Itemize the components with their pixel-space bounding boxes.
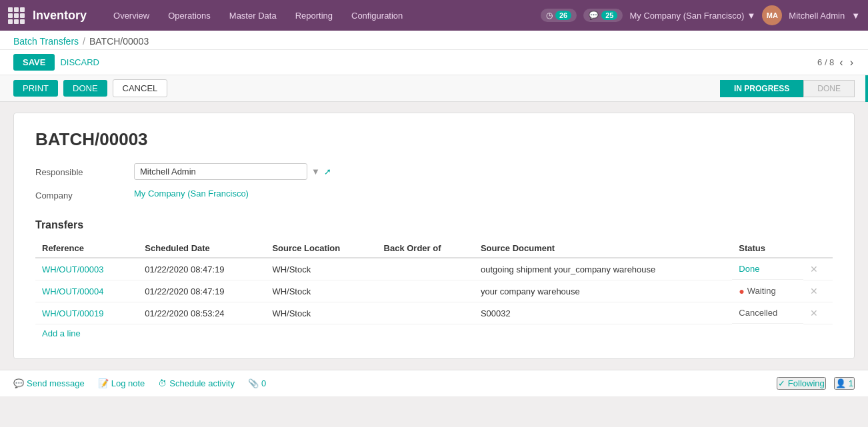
form-title: BATCH/00003	[35, 129, 833, 150]
cell-source-location: WH/Stock	[265, 280, 377, 302]
chatter-right: ✓ Following 👤 1	[777, 377, 855, 390]
followers-button[interactable]: 👤 1	[834, 377, 855, 390]
cell-status: Cancelled	[732, 302, 803, 324]
schedule-activity-label: Schedule activity	[169, 378, 235, 388]
followers-count-value: 1	[849, 378, 853, 388]
cell-back-order	[377, 302, 474, 324]
top-nav: Inventory Overview Operations Master Dat…	[0, 0, 868, 31]
print-button[interactable]: PRINT	[13, 80, 58, 97]
col-actions	[803, 239, 833, 258]
cell-reference: WH/OUT/00004	[35, 280, 138, 302]
table-row: WH/OUT/00004 01/22/2020 08:47:19 WH/Stoc…	[35, 280, 833, 302]
discard-button[interactable]: DISCARD	[60, 57, 99, 67]
cell-remove: ✕	[803, 258, 833, 280]
messages-count: 25	[601, 11, 617, 20]
attachments-button[interactable]: 📎 0	[248, 378, 266, 388]
company-label: Company	[35, 187, 129, 201]
cell-back-order	[377, 280, 474, 302]
send-message-label: Send message	[27, 378, 85, 388]
responsible-field-wrapper: ▼ ➚	[134, 163, 435, 180]
breadcrumb: Batch Transfers / BATCH/00003	[0, 31, 868, 50]
grid-menu-icon[interactable]	[8, 7, 25, 24]
status-step-done: DONE	[803, 80, 855, 97]
responsible-input[interactable]	[134, 163, 307, 180]
clock-activity-icon: ⏱	[158, 378, 167, 388]
avatar[interactable]: MA	[762, 5, 782, 25]
external-link-icon[interactable]: ➚	[324, 167, 331, 177]
activity-count: 26	[555, 11, 571, 20]
cell-source-location: WH/Stock	[265, 258, 377, 280]
cell-status: Done	[732, 258, 803, 280]
nav-overview[interactable]: Overview	[105, 7, 157, 25]
clock-icon: ◷	[546, 11, 553, 20]
col-reference: Reference	[35, 239, 138, 258]
responsible-dropdown-icon: ▼	[311, 167, 320, 177]
messages-badge[interactable]: 💬 25	[583, 9, 623, 22]
reference-link[interactable]: WH/OUT/00004	[42, 286, 103, 296]
breadcrumb-separator: /	[83, 36, 85, 47]
nav-reporting[interactable]: Reporting	[287, 7, 341, 25]
pager-next-button[interactable]: ›	[849, 57, 855, 69]
following-label: Following	[788, 378, 825, 388]
log-note-button[interactable]: 📝 Log note	[98, 378, 145, 388]
note-icon: 📝	[98, 378, 109, 388]
pager-prev-button[interactable]: ‹	[838, 57, 844, 69]
done-button[interactable]: DONE	[63, 80, 107, 97]
main-content: BATCH/00003 Responsible ▼ ➚ Company My C…	[0, 102, 868, 370]
remove-icon[interactable]: ✕	[810, 308, 818, 318]
save-button[interactable]: SAVE	[13, 54, 55, 71]
table-row: WH/OUT/00003 01/22/2020 08:47:19 WH/Stoc…	[35, 258, 833, 280]
cell-scheduled-date: 01/22/2020 08:47:19	[138, 280, 265, 302]
activity-badge[interactable]: ◷ 26	[541, 9, 577, 22]
chatter-bar: 💬 Send message 📝 Log note ⏱ Schedule act…	[0, 370, 868, 396]
nav-configuration[interactable]: Configuration	[343, 7, 411, 25]
breadcrumb-current: BATCH/00003	[89, 36, 149, 47]
responsible-label: Responsible	[35, 163, 129, 180]
cell-remove: ✕	[803, 302, 833, 324]
company-name: My Company (San Francisco)	[629, 11, 744, 21]
action-bar: SAVE DISCARD 6 / 8 ‹ ›	[0, 50, 868, 75]
remove-icon[interactable]: ✕	[810, 286, 818, 296]
company-selector[interactable]: My Company (San Francisco) ▼	[629, 11, 755, 21]
chevron-down-icon: ▼	[747, 11, 755, 21]
add-line-button[interactable]: Add a line	[35, 324, 87, 342]
company-link[interactable]: My Company (San Francisco)	[134, 189, 249, 199]
reference-link[interactable]: WH/OUT/00003	[42, 264, 103, 274]
remove-icon[interactable]: ✕	[810, 264, 818, 274]
following-button[interactable]: ✓ Following	[777, 377, 826, 390]
table-row: WH/OUT/00019 01/22/2020 08:53:24 WH/Stoc…	[35, 302, 833, 324]
col-source-document: Source Document	[474, 239, 732, 258]
col-scheduled-date: Scheduled Date	[138, 239, 265, 258]
cell-source-document: S00032	[474, 302, 732, 324]
chat-icon: 💬	[589, 11, 599, 20]
col-back-order: Back Order of	[377, 239, 474, 258]
pager: 6 / 8 ‹ ›	[817, 57, 855, 69]
form-card: BATCH/00003 Responsible ▼ ➚ Company My C…	[13, 113, 855, 359]
cell-source-document: outgoing shipment your_company warehouse	[474, 258, 732, 280]
app-title: Inventory	[33, 9, 87, 23]
user-name[interactable]: Mitchell Admin	[789, 11, 845, 21]
send-message-button[interactable]: 💬 Send message	[13, 378, 85, 388]
col-status: Status	[732, 239, 803, 258]
cell-scheduled-date: 01/22/2020 08:47:19	[138, 258, 265, 280]
schedule-activity-button[interactable]: ⏱ Schedule activity	[158, 378, 235, 388]
cell-source-location: WH/Stock	[265, 302, 377, 324]
error-icon: ●	[739, 286, 744, 296]
col-source-location: Source Location	[265, 239, 377, 258]
cell-status: ● Waiting	[732, 280, 803, 302]
cancel-button[interactable]: CANCEL	[113, 79, 168, 97]
form-fields: Responsible ▼ ➚ Company My Company (San …	[35, 163, 435, 201]
reference-link[interactable]: WH/OUT/00019	[42, 308, 103, 318]
status-bar: PRINT DONE CANCEL IN PROGRESS DONE	[0, 75, 868, 102]
people-icon: 👤	[835, 378, 846, 388]
attachments-count: 0	[261, 378, 266, 388]
cell-reference: WH/OUT/00003	[35, 258, 138, 280]
nav-operations[interactable]: Operations	[160, 7, 219, 25]
status-pipeline: IN PROGRESS DONE	[720, 80, 855, 97]
nav-menu: Overview Operations Master Data Reportin…	[105, 7, 541, 25]
pager-text: 6 / 8	[817, 57, 834, 67]
breadcrumb-parent[interactable]: Batch Transfers	[13, 36, 79, 47]
check-icon: ✓	[778, 378, 785, 388]
nav-master-data[interactable]: Master Data	[221, 7, 285, 25]
cell-source-document: your company warehouse	[474, 280, 732, 302]
